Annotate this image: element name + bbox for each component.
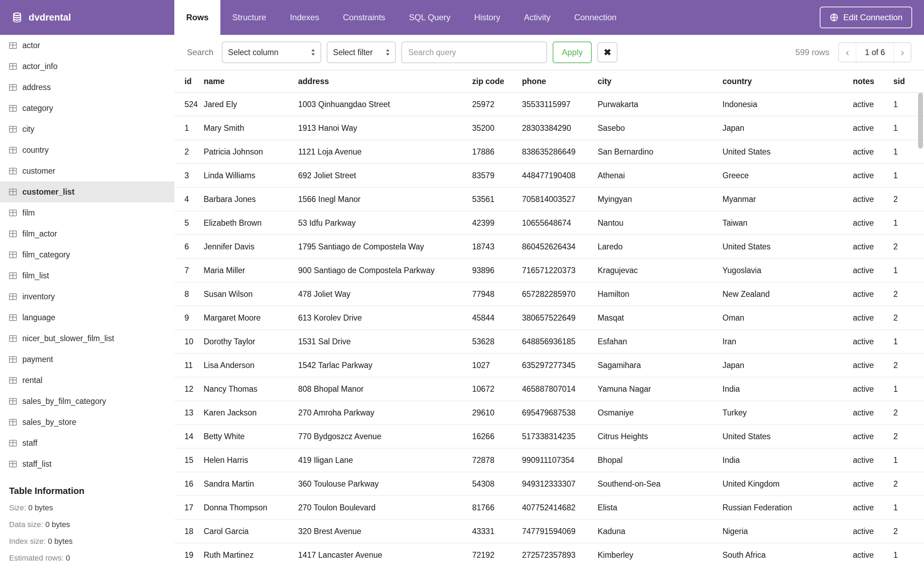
table-row[interactable]: 16Sandra Martin360 Toulouse Parkway54308… xyxy=(174,472,924,496)
column-header-sid[interactable]: sid xyxy=(893,70,924,92)
table-grid-icon xyxy=(9,419,17,426)
cell-sid: 1 xyxy=(893,377,924,401)
table-row[interactable]: 19Ruth Martinez1417 Lancaster Avenue7219… xyxy=(174,543,924,563)
sidebar-item-sales-by-store[interactable]: sales_by_store xyxy=(0,411,174,432)
cell-sid: 2 xyxy=(893,425,924,448)
sidebar-item-address[interactable]: address xyxy=(0,77,174,98)
cell-zip-code: 29610 xyxy=(472,401,522,425)
table-row[interactable]: 17Donna Thompson270 Toulon Boulevard8176… xyxy=(174,496,924,519)
table-row[interactable]: 15Helen Harris419 Iligan Lane72878990911… xyxy=(174,448,924,472)
sidebar-item-category[interactable]: category xyxy=(0,98,174,119)
apply-button[interactable]: Apply xyxy=(553,42,592,63)
cell-country: Russian Federation xyxy=(723,496,853,519)
column-header-id[interactable]: id xyxy=(174,70,204,92)
table-row[interactable]: 14Betty White770 Bydgoszcz Avenue1626651… xyxy=(174,425,924,448)
search-query-input[interactable] xyxy=(401,42,547,63)
cell-notes: active xyxy=(853,472,893,496)
sidebar-item-language[interactable]: language xyxy=(0,307,174,328)
sidebar-item-film-category[interactable]: film_category xyxy=(0,244,174,265)
sidebar-item-film-list[interactable]: film_list xyxy=(0,265,174,286)
cell-id: 3 xyxy=(174,164,204,187)
column-header-notes[interactable]: notes xyxy=(853,70,893,92)
table-row[interactable]: 7Maria Miller900 Santiago de Compostela … xyxy=(174,258,924,282)
sidebar-item-customer[interactable]: customer xyxy=(0,161,174,182)
tab-indexes[interactable]: Indexes xyxy=(278,0,331,35)
sidebar-item-sales-by-film-category[interactable]: sales_by_film_category xyxy=(0,391,174,411)
sidebar-item-nicer-but-slower-film-list[interactable]: nicer_but_slower_film_list xyxy=(0,328,174,349)
vertical-scrollbar[interactable] xyxy=(918,93,923,149)
table-row[interactable]: 10Dorothy Taylor1531 Sal Drive5362864885… xyxy=(174,330,924,353)
sidebar-item-rental[interactable]: rental xyxy=(0,370,174,391)
tab-structure[interactable]: Structure xyxy=(220,0,278,35)
cell-notes: active xyxy=(853,448,893,472)
cell-phone: 380657522649 xyxy=(522,306,598,330)
sidebar-item-payment[interactable]: payment xyxy=(0,349,174,370)
clear-search-button[interactable]: ✖ xyxy=(597,42,618,62)
cell-notes: active xyxy=(853,425,893,448)
stat-label: Index size: xyxy=(9,537,48,546)
tab-sql-query[interactable]: SQL Query xyxy=(397,0,462,35)
tab-label: Connection xyxy=(574,12,616,23)
column-header-address[interactable]: address xyxy=(298,70,472,92)
sidebar-item-city[interactable]: city xyxy=(0,119,174,140)
data-grid: idnameaddresszip codephonecitycountrynot… xyxy=(174,70,924,563)
tab-rows[interactable]: Rows xyxy=(174,0,220,35)
table-row[interactable]: 2Patricia Johnson1121 Loja Avenue1788683… xyxy=(174,140,924,164)
filter-select[interactable]: Select filter xyxy=(327,42,396,63)
previous-page-button[interactable]: ‹ xyxy=(839,43,856,62)
table-row[interactable]: 11Lisa Anderson1542 Tarlac Parkway102763… xyxy=(174,353,924,377)
cell-country: India xyxy=(723,377,853,401)
column-header-zip-code[interactable]: zip code xyxy=(472,70,522,92)
tab-history[interactable]: History xyxy=(462,0,512,35)
sidebar-item-actor[interactable]: actor xyxy=(0,35,174,56)
table-row[interactable]: 12Nancy Thomas808 Bhopal Manor1067246588… xyxy=(174,377,924,401)
table-row[interactable]: 9Margaret Moore613 Korolev Drive45844380… xyxy=(174,306,924,330)
edit-connection-button[interactable]: Edit Connection xyxy=(820,7,912,28)
sidebar-item-film[interactable]: film xyxy=(0,202,174,223)
cell-notes: active xyxy=(853,116,893,140)
cell-address: 360 Toulouse Parkway xyxy=(298,472,472,496)
cell-id: 18 xyxy=(174,519,204,543)
table-grid-icon xyxy=(9,356,17,363)
column-header-phone[interactable]: phone xyxy=(522,70,598,92)
cell-phone: 517338314235 xyxy=(522,425,598,448)
sidebar-item-label: film_category xyxy=(22,250,70,260)
table-row[interactable]: 4Barbara Jones1566 Inegl Manor5356170581… xyxy=(174,187,924,211)
table-row[interactable]: 13Karen Jackson270 Amroha Parkway2961069… xyxy=(174,401,924,425)
table-row[interactable]: 1Mary Smith1913 Hanoi Way352002830338429… xyxy=(174,116,924,140)
column-header-city[interactable]: city xyxy=(598,70,723,92)
tab-constraints[interactable]: Constraints xyxy=(331,0,397,35)
table-row[interactable]: 3Linda Williams692 Joliet Street83579448… xyxy=(174,164,924,187)
table-grid-icon xyxy=(9,189,17,195)
cell-address: 692 Joliet Street xyxy=(298,164,472,187)
table-row[interactable]: 524Jared Ely1003 Qinhuangdao Street25972… xyxy=(174,92,924,116)
cell-name: Sandra Martin xyxy=(204,472,298,496)
sidebar-item-staff-list[interactable]: staff_list xyxy=(0,453,174,474)
cell-phone: 648856936185 xyxy=(522,330,598,353)
table-row[interactable]: 8Susan Wilson478 Joliet Way7794865728228… xyxy=(174,282,924,306)
cell-notes: active xyxy=(853,187,893,211)
tab-connection[interactable]: Connection xyxy=(562,0,628,35)
cell-zip-code: 18743 xyxy=(472,235,522,258)
sidebar-item-staff[interactable]: staff xyxy=(0,432,174,453)
table-row[interactable]: 6Jennifer Davis1795 Santiago de Composte… xyxy=(174,235,924,258)
sidebar-item-film-actor[interactable]: film_actor xyxy=(0,223,174,244)
cell-city: Yamuna Nagar xyxy=(598,377,723,401)
cell-id: 14 xyxy=(174,425,204,448)
app-root: dvdrental Rows Structure Indexes Constra… xyxy=(0,0,924,563)
column-header-country[interactable]: country xyxy=(723,70,853,92)
next-page-button[interactable]: › xyxy=(894,43,911,62)
cell-address: 1795 Santiago de Compostela Way xyxy=(298,235,472,258)
cell-sid: 1 xyxy=(893,164,924,187)
sidebar-item-country[interactable]: country xyxy=(0,140,174,161)
column-select[interactable]: Select column xyxy=(222,42,321,63)
sidebar-item-inventory[interactable]: inventory xyxy=(0,286,174,307)
column-header-name[interactable]: name xyxy=(204,70,298,92)
tab-activity[interactable]: Activity xyxy=(512,0,562,35)
table-row[interactable]: 18Carol Garcia320 Brest Avenue4333174779… xyxy=(174,519,924,543)
sidebar-item-customer-list[interactable]: customer_list xyxy=(0,182,174,202)
cell-id: 10 xyxy=(174,330,204,353)
cell-country: Japan xyxy=(723,116,853,140)
sidebar-item-actor-info[interactable]: actor_info xyxy=(0,56,174,77)
table-row[interactable]: 5Elizabeth Brown53 Idfu Parkway423991065… xyxy=(174,211,924,235)
